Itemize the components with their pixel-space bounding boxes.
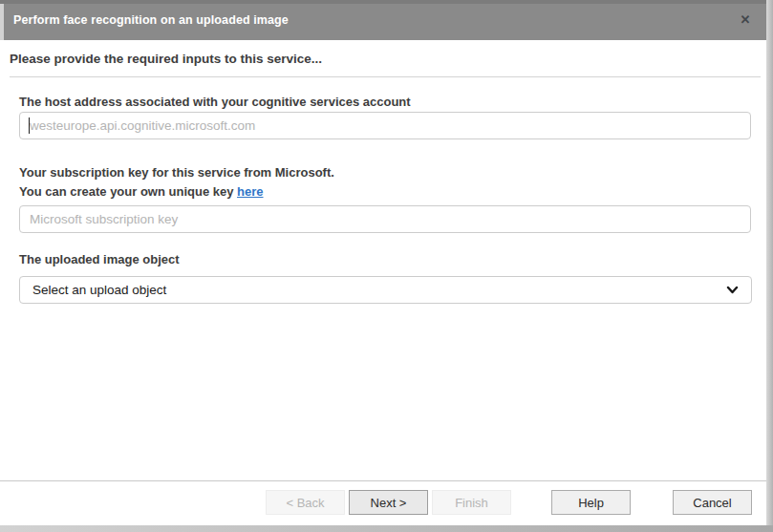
titlebar: Perform face recognition on an uploaded …	[0, 0, 766, 40]
finish-button: Finish	[432, 490, 511, 515]
back-button: < Back	[266, 490, 345, 515]
close-icon[interactable]: ✕	[736, 11, 755, 30]
window-border-right	[766, 0, 773, 532]
create-key-label-text: You can create your own unique key	[19, 184, 237, 199]
subscription-key-input[interactable]	[19, 205, 751, 233]
next-button[interactable]: Next >	[349, 490, 428, 515]
create-key-link[interactable]: here	[237, 184, 263, 199]
footer-divider	[0, 480, 766, 481]
help-button[interactable]: Help	[551, 490, 631, 515]
instruction-text: Please provide the required inputs to th…	[10, 52, 322, 66]
window-border-bottom	[0, 525, 773, 532]
dialog-title: Perform face recognition on an uploaded …	[13, 13, 289, 27]
upload-object-select[interactable]: Select an upload object	[19, 276, 752, 304]
dialog-window: Perform face recognition on an uploaded …	[0, 0, 773, 532]
host-address-label: The host address associated with your co…	[19, 95, 411, 109]
host-address-input[interactable]	[19, 112, 751, 139]
upload-object-label: The uploaded image object	[19, 252, 180, 266]
cancel-button[interactable]: Cancel	[673, 490, 752, 515]
create-key-label: You can create your own unique key here	[19, 184, 264, 199]
upload-object-select-wrap: Select an upload object	[19, 276, 752, 304]
text-caret	[29, 117, 30, 134]
header-divider	[10, 76, 761, 77]
subscription-key-label: Your subscription key for this service f…	[19, 165, 334, 180]
